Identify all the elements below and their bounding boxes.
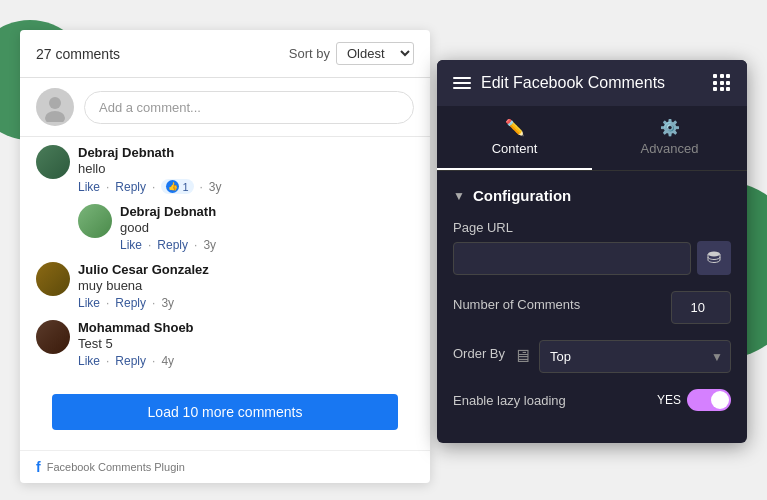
comment-actions: Like · Reply · 3y: [78, 296, 414, 310]
comment-text: hello: [78, 161, 414, 176]
comment-time: 4y: [161, 354, 174, 368]
edit-panel-body: ▼ Configuration Page URL Number of Comm: [437, 171, 747, 443]
nested-like-link[interactable]: Like: [120, 238, 142, 252]
comment-avatar: [36, 145, 70, 179]
monitor-icon: 🖥: [513, 346, 531, 367]
num-comments-field: Number of Comments: [453, 291, 731, 324]
like-link[interactable]: Like: [78, 180, 100, 194]
edit-panel-title: Edit Facebook Comments: [481, 74, 665, 92]
sort-controls: Sort by Oldest Newest Top: [289, 42, 414, 65]
tab-advanced-label: Advanced: [641, 141, 699, 156]
order-select-wrapper: Top Social Time ▼: [539, 340, 731, 373]
hamburger-icon[interactable]: [453, 77, 471, 89]
nested-comment: Debraj Debnath good Like · Reply · 3y: [78, 204, 414, 252]
svg-point-2: [708, 252, 720, 257]
lazy-loading-row: Enable lazy loading YES: [453, 389, 731, 411]
config-section-title: Configuration: [473, 187, 571, 204]
nested-comment-author: Debraj Debnath: [120, 204, 414, 219]
reply-link[interactable]: Reply: [115, 180, 146, 194]
comment-text: Test 5: [78, 336, 414, 351]
nested-comment-body: Debraj Debnath good Like · Reply · 3y: [120, 204, 414, 252]
database-icon[interactable]: [697, 241, 731, 275]
lazy-loading-toggle[interactable]: [687, 389, 731, 411]
comment-author: Julio Cesar Gonzalez: [78, 262, 414, 277]
comment-body: Mohammad Shoeb Test 5 Like · Reply · 4y: [78, 320, 414, 368]
comment-body: Julio Cesar Gonzalez muy buena Like · Re…: [78, 262, 414, 310]
like-link[interactable]: Like: [78, 354, 100, 368]
comment-avatar: [36, 262, 70, 296]
page-url-field: Page URL: [453, 220, 731, 275]
sort-select[interactable]: Oldest Newest Top: [336, 42, 414, 65]
nested-comment-time: 3y: [203, 238, 216, 252]
toggle-wrapper: YES: [657, 389, 731, 411]
load-more-button[interactable]: Load 10 more comments: [52, 394, 398, 430]
page-url-input-row: [453, 241, 731, 275]
reply-link[interactable]: Reply: [115, 296, 146, 310]
edit-panel-tabs: ✏️ Content ⚙️ Advanced: [437, 106, 747, 171]
fb-footer: f Facebook Comments Plugin: [20, 450, 430, 483]
reply-link[interactable]: Reply: [115, 354, 146, 368]
page-url-label: Page URL: [453, 220, 731, 235]
edit-panel-header: Edit Facebook Comments: [437, 60, 747, 106]
fb-widget-header: 27 comments Sort by Oldest Newest Top: [20, 30, 430, 78]
like-link[interactable]: Like: [78, 296, 100, 310]
order-by-select[interactable]: Top Social Time: [539, 340, 731, 373]
comment-item: Debraj Debnath hello Like · Reply · 👍 1 …: [36, 145, 414, 194]
grid-icon[interactable]: [713, 74, 731, 92]
comment-text: muy buena: [78, 278, 414, 293]
toggle-knob: [711, 391, 729, 409]
comment-author: Mohammad Shoeb: [78, 320, 414, 335]
comment-item: Julio Cesar Gonzalez muy buena Like · Re…: [36, 262, 414, 310]
sort-label: Sort by: [289, 46, 330, 61]
num-comments-input[interactable]: [671, 291, 731, 324]
comment-time: 3y: [209, 180, 222, 194]
order-by-label: Order By: [453, 346, 505, 361]
order-by-row: Order By 🖥 Top Social Time ▼: [453, 340, 731, 373]
comment-body: Debraj Debnath hello Like · Reply · 👍 1 …: [78, 145, 414, 194]
gear-icon: ⚙️: [660, 118, 680, 137]
tab-content[interactable]: ✏️ Content: [437, 106, 592, 170]
toggle-yes-text: YES: [657, 393, 681, 407]
lazy-loading-label: Enable lazy loading: [453, 393, 566, 408]
collapse-arrow-icon: ▼: [453, 189, 465, 203]
nested-reply-link[interactable]: Reply: [157, 238, 188, 252]
comment-time: 3y: [161, 296, 174, 310]
lazy-loading-field: Enable lazy loading YES: [453, 389, 731, 411]
comments-count: 27 comments: [36, 46, 120, 62]
edit-panel: Edit Facebook Comments ✏️ Content ⚙️ Adv…: [437, 60, 747, 443]
comment-avatar: [36, 320, 70, 354]
num-comments-label: Number of Comments: [453, 297, 580, 312]
comment-actions: Like · Reply · 👍 1 · 3y: [78, 179, 414, 194]
comment-item: Mohammad Shoeb Test 5 Like · Reply · 4y: [36, 320, 414, 368]
likes-count: 👍 1: [161, 179, 193, 194]
footer-text: Facebook Comments Plugin: [47, 461, 185, 473]
nested-comment-actions: Like · Reply · 3y: [120, 238, 414, 252]
svg-point-1: [45, 111, 65, 122]
comment-actions: Like · Reply · 4y: [78, 354, 414, 368]
page-url-input[interactable]: [453, 242, 691, 275]
tab-advanced[interactable]: ⚙️ Advanced: [592, 106, 747, 170]
tab-content-label: Content: [492, 141, 538, 156]
svg-point-0: [49, 97, 61, 109]
comments-list: Debraj Debnath hello Like · Reply · 👍 1 …: [20, 137, 430, 386]
user-avatar: [36, 88, 74, 126]
facebook-comments-widget: 27 comments Sort by Oldest Newest Top Ad…: [20, 30, 430, 483]
thumbs-up-icon: 👍: [166, 180, 179, 193]
comment-input[interactable]: Add a comment...: [84, 91, 414, 124]
order-by-field: Order By 🖥 Top Social Time ▼: [453, 340, 731, 373]
header-left: Edit Facebook Comments: [453, 74, 665, 92]
facebook-icon: f: [36, 459, 41, 475]
config-section-header: ▼ Configuration: [453, 187, 731, 204]
comment-author: Debraj Debnath: [78, 145, 414, 160]
nested-comment-avatar: [78, 204, 112, 238]
add-comment-row: Add a comment...: [20, 78, 430, 137]
nested-comment-text: good: [120, 220, 414, 235]
pencil-icon: ✏️: [505, 118, 525, 137]
